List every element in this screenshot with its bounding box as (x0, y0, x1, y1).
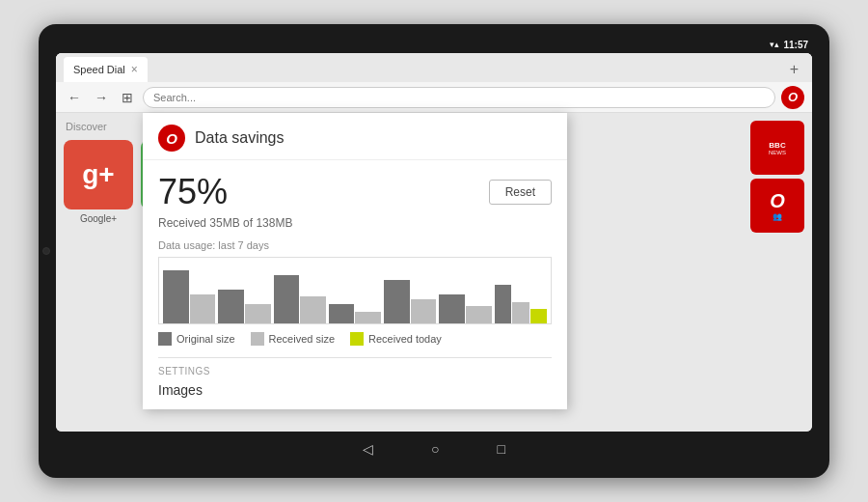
bar-received-2 (245, 304, 271, 323)
legend-original: Original size (158, 332, 235, 346)
original-swatch (158, 332, 172, 346)
opera-tile-icon: O (770, 190, 785, 212)
opera-logo-button[interactable]: O (781, 86, 804, 109)
data-savings-panel: O Data savings 75% Reset Received 35MB o… (143, 113, 567, 409)
bar-original-5 (384, 280, 410, 323)
settings-label: SETTINGS (158, 366, 552, 376)
camera-bump (42, 247, 50, 255)
bar-received-3 (300, 296, 326, 323)
reset-button[interactable]: Reset (489, 180, 552, 205)
bar-original-1 (163, 270, 189, 323)
recent-nav-icon[interactable]: □ (498, 441, 505, 457)
images-label[interactable]: Images (158, 382, 552, 398)
opera-header-icon: O (158, 125, 185, 152)
tablet-screen: Speed Dial × + ← → ⊞ O Discover (56, 53, 812, 432)
browser-tab-speed-dial[interactable]: Speed Dial × (64, 57, 148, 82)
today-label: Received today (368, 333, 442, 345)
gplus-tile[interactable]: g+ (64, 140, 133, 209)
usage-label: Data usage: last 7 days (158, 239, 552, 251)
new-tab-button[interactable]: + (784, 61, 804, 78)
home-nav-icon[interactable]: ○ (431, 441, 439, 457)
status-bar: ▾▴ 11:57 (56, 36, 812, 53)
tablet-device: ▾▴ 11:57 Speed Dial × + ← → ⊞ O (39, 24, 829, 478)
bar-group-1 (163, 270, 215, 323)
gplus-label: Google+ (80, 213, 117, 224)
back-nav-icon[interactable]: ◁ (363, 441, 373, 457)
received-label: Received size (269, 333, 335, 345)
bar-group-2 (218, 290, 270, 323)
bar-chart (158, 257, 552, 324)
data-savings-header: O Data savings (143, 113, 567, 160)
bbc-news-text: NEWS (769, 150, 786, 155)
right-tiles: BBC NEWS O 👥 (750, 121, 804, 233)
tab-close-button[interactable]: × (131, 63, 138, 76)
browser-chrome: Speed Dial × + ← → ⊞ O (56, 53, 812, 113)
back-button[interactable]: ← (64, 88, 85, 107)
tab-label: Speed Dial (73, 64, 125, 75)
bar-original-7 (495, 285, 511, 323)
percent-row: 75% Reset (158, 172, 552, 212)
legend-today: Received today (350, 332, 442, 346)
bar-group-3 (274, 275, 326, 323)
bar-group-6 (439, 294, 491, 323)
bar-original-6 (439, 294, 465, 323)
bar-group-4 (329, 304, 381, 323)
bbc-tile[interactable]: BBC NEWS (750, 121, 804, 175)
time-display: 11:57 (783, 40, 808, 50)
browser-nav-bar: ← → ⊞ O (56, 82, 812, 113)
data-savings-title: Data savings (195, 129, 285, 147)
today-swatch (350, 332, 364, 346)
grid-button[interactable]: ⊞ (118, 88, 137, 107)
chart-legend: Original size Received size Received tod… (158, 332, 552, 346)
percent-display: 75% (158, 172, 228, 212)
browser-tab-bar: Speed Dial × + (56, 53, 812, 82)
bar-received-4 (355, 312, 381, 323)
bar-original-3 (274, 275, 300, 323)
browser-content: Discover g+ Google+ 🔖 Bookmarks (56, 113, 812, 432)
data-subtitle: Received 35MB of 138MB (158, 216, 552, 230)
bar-received-1 (190, 294, 216, 323)
original-label: Original size (176, 333, 235, 345)
bar-received-5 (411, 299, 437, 323)
gplus-icon: g+ (82, 159, 114, 190)
bar-received-6 (466, 306, 492, 323)
opera-tile-users: 👥 (773, 212, 782, 221)
bar-group-5 (384, 280, 436, 323)
address-bar[interactable] (143, 87, 775, 108)
received-swatch (251, 332, 264, 346)
speed-dial-item-gplus[interactable]: g+ Google+ (64, 140, 133, 224)
status-icons: ▾▴ 11:57 (770, 40, 808, 50)
bbc-text: BBC (769, 141, 785, 150)
tablet-bottom-nav: ◁ ○ □ (56, 432, 812, 466)
bar-today-7 (530, 309, 547, 323)
bar-original-2 (218, 290, 244, 323)
bar-original-4 (329, 304, 355, 323)
settings-divider (158, 357, 552, 358)
data-savings-body: 75% Reset Received 35MB of 138MB Data us… (143, 160, 567, 409)
forward-button[interactable]: → (91, 88, 112, 107)
bar-received-7 (512, 302, 529, 323)
legend-received: Received size (251, 332, 335, 346)
opera-tile[interactable]: O 👥 (750, 179, 804, 233)
wifi-icon: ▾▴ (770, 40, 779, 49)
bar-group-7 (495, 285, 547, 323)
